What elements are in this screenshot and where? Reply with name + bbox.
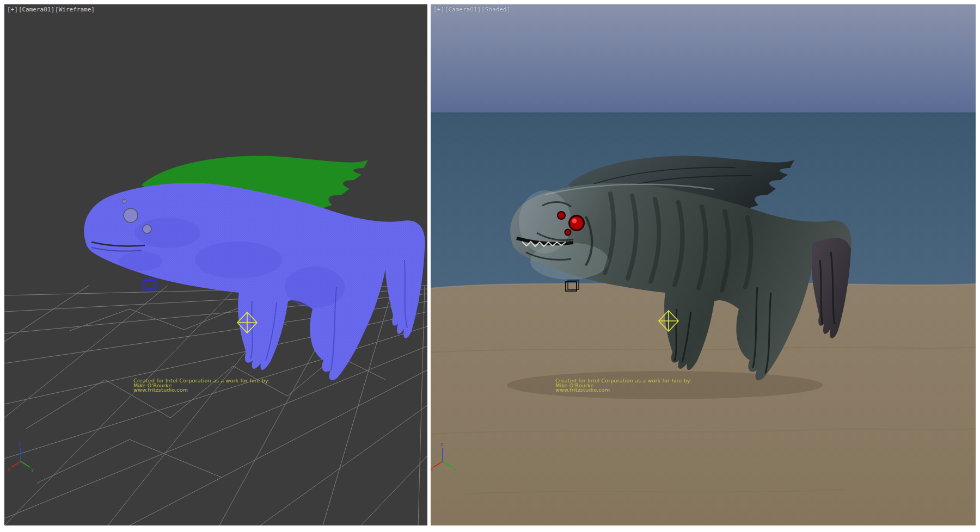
- viewport-menu-button[interactable]: [+]: [433, 6, 444, 13]
- viewport-menu-button[interactable]: [+]: [7, 6, 18, 13]
- watermark-line3: www.fritzstudio.com: [133, 388, 270, 393]
- viewport-left[interactable]: [+][Camera01][Wireframe]: [4, 4, 427, 525]
- dual-viewport-layout: [+][Camera01][Wireframe]: [0, 0, 980, 532]
- shading-label-button[interactable]: [Wireframe]: [55, 6, 95, 13]
- axis-z-label: z: [440, 442, 443, 447]
- viewport-label-right: [+][Camera01][Shaded]: [433, 6, 511, 13]
- viewport-scene-right: z x y: [431, 4, 976, 525]
- axis-x-label: x: [8, 467, 10, 472]
- axis-z-label: z: [19, 442, 21, 447]
- box-helper[interactable]: [143, 279, 156, 290]
- camera-label-button[interactable]: [Camera01]: [19, 6, 54, 13]
- axis-x-label: x: [431, 467, 433, 472]
- fish-model-wireframe[interactable]: [84, 156, 425, 381]
- camera-label-button[interactable]: [Camera01]: [445, 6, 481, 13]
- belly-highlight: [530, 243, 609, 280]
- world-axis-tripod: z x y: [8, 442, 34, 472]
- viewport-scene-left: z x y: [4, 4, 427, 525]
- sky-background: [431, 4, 976, 113]
- viewport-label-left: [+][Camera01][Wireframe]: [7, 6, 95, 13]
- watermark-text: Created for Intel Corporation as a work …: [555, 379, 691, 393]
- shading-label-button[interactable]: [Shaded]: [481, 6, 510, 13]
- viewport-right[interactable]: [+][Camera01][Shaded]: [431, 4, 976, 525]
- axis-y-label: y: [453, 467, 456, 472]
- axis-y-label: y: [31, 467, 34, 472]
- watermark-text: Created for Intel Corporation as a work …: [133, 379, 270, 393]
- watermark-line3: www.fritzstudio.com: [555, 388, 691, 393]
